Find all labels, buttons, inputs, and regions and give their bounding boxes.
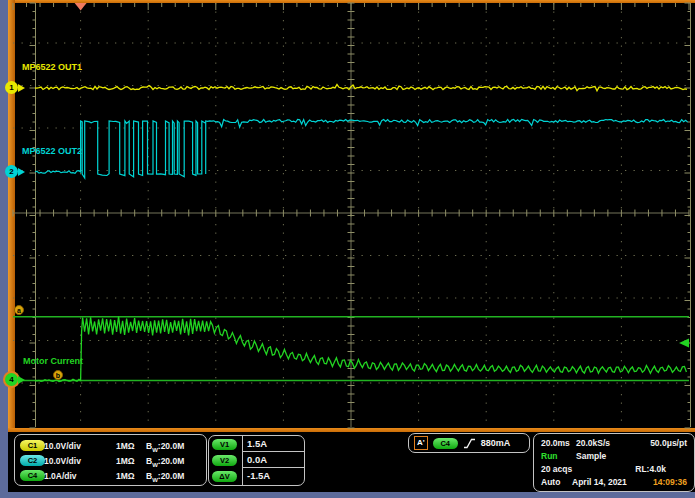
trigger-source-badge[interactable]: C4	[433, 438, 458, 449]
sample-rate-value: 20.0kS/s	[576, 438, 610, 448]
acquisition-mode: Sample	[576, 451, 606, 461]
ch1-bandwidth: BW:20.0M	[146, 441, 184, 453]
ch2-bandwidth: BW:20.0M	[146, 456, 184, 468]
cursor-v1-badge[interactable]: V1	[212, 439, 237, 450]
date-value: April 14, 2021	[572, 477, 627, 487]
ch1-marker-arrow-icon	[18, 84, 25, 92]
trigger-settings-panel[interactable]: A' C4 880mA	[408, 433, 530, 453]
cursor-v2-badge[interactable]: V2	[212, 455, 237, 466]
cursor-v2-value: 0.0A	[243, 452, 304, 468]
cursor-dv-value: -1.5A	[243, 468, 304, 484]
status-bar: C1 10.0V/div 1MΩ BW:20.0M C2 10.0V/div 1…	[8, 432, 695, 492]
cursor-readout-panel[interactable]: V1 V2 ΔV 1.5A 0.0A -1.5A	[208, 435, 305, 486]
vertical-settings-panel[interactable]: C1 10.0V/div 1MΩ BW:20.0M C2 10.0V/div 1…	[14, 434, 207, 486]
scope-window: 1 2 4 a b MP6522 OUT1 MP6522 OUT2 Motor …	[0, 0, 695, 498]
ch1-impedance: 1MΩ	[116, 441, 135, 451]
ch4-impedance: 1MΩ	[116, 471, 135, 481]
ch2-settings-row[interactable]: C2 10.0V/div 1MΩ BW:20.0M	[15, 455, 206, 468]
ch2-position-marker[interactable]: 2	[5, 165, 18, 178]
ch2-badge[interactable]: C2	[20, 455, 45, 466]
ch4-marker-label: 4	[9, 375, 13, 384]
resolution-value: 50.0μs/pt	[650, 438, 687, 448]
ch2-scale: 10.0V/div	[44, 456, 81, 466]
display-frame-top	[8, 0, 695, 3]
ch2-trace-label: MP6522 OUT2	[22, 146, 82, 156]
ch4-bandwidth: BW:20.0M	[146, 471, 184, 483]
cursor-b-label: b	[56, 372, 60, 379]
ch4-trace-label: Motor Current	[23, 356, 83, 366]
acquisition-count: 20 acqs	[541, 464, 572, 474]
cursor-a-label: a	[17, 307, 21, 314]
ch4-marker-arrow-icon	[18, 376, 25, 384]
trigger-level-value: 880mA	[481, 438, 511, 448]
ch1-settings-row[interactable]: C1 10.0V/div 1MΩ BW:20.0M	[15, 440, 206, 453]
ch1-trace-label: MP6522 OUT1	[22, 62, 82, 72]
ch1-position-marker[interactable]: 1	[5, 81, 18, 94]
trigger-mode: Auto	[541, 477, 560, 487]
run-state: Run	[541, 451, 558, 461]
waveform-display	[8, 0, 695, 428]
cursor-a-handle[interactable]: a	[14, 305, 24, 315]
ch2-marker-arrow-icon	[18, 168, 25, 176]
ch2-marker-label: 2	[9, 167, 13, 176]
horizontal-acquisition-panel[interactable]: 20.0ms 20.0kS/s 50.0μs/pt Run Sample 20 …	[533, 433, 695, 492]
timebase-value: 20.0ms	[541, 438, 570, 448]
ch4-position-marker[interactable]: 4	[5, 373, 18, 386]
display-frame-left	[8, 0, 15, 432]
ch2-impedance: 1MΩ	[116, 456, 135, 466]
cursor-b-handle[interactable]: b	[53, 370, 63, 380]
cursor-dv-badge[interactable]: ΔV	[212, 471, 237, 482]
cursor-v1-value: 1.5A	[243, 436, 304, 452]
ch1-marker-label: 1	[9, 83, 13, 92]
ch4-badge[interactable]: C4	[20, 470, 45, 481]
cursor-values-box: 1.5A 0.0A -1.5A	[242, 436, 304, 485]
ch4-settings-row[interactable]: C4 1.0A/div 1MΩ BW:20.0M	[15, 470, 206, 483]
record-length: RL:4.0k	[635, 464, 666, 474]
rising-edge-icon	[463, 437, 476, 450]
ch1-badge[interactable]: C1	[20, 440, 45, 451]
time-value: 14:09:36	[653, 477, 687, 487]
trigger-a-event-badge: A'	[414, 436, 428, 450]
ch1-scale: 10.0V/div	[44, 441, 81, 451]
ch4-scale: 1.0A/div	[44, 471, 77, 481]
